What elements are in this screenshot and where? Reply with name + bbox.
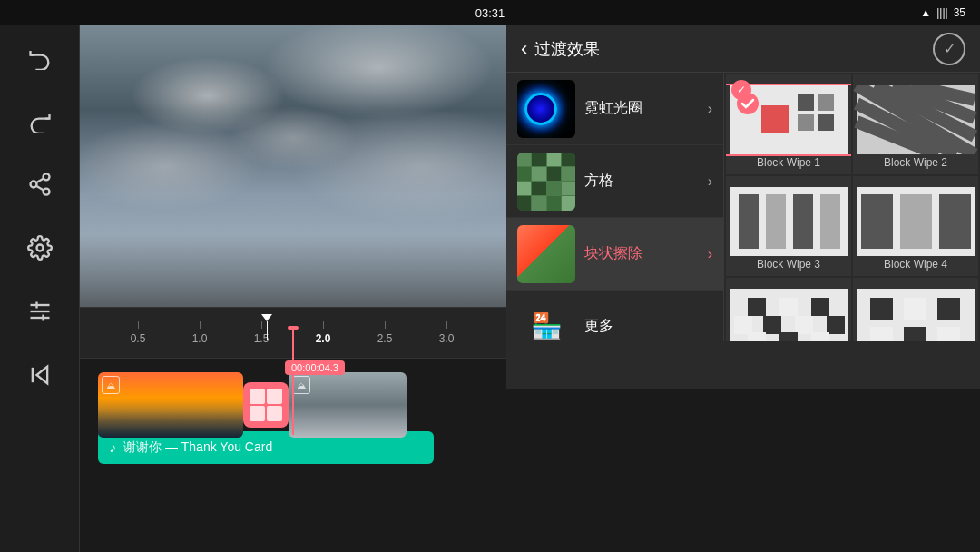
svg-rect-17: [818, 94, 834, 111]
effect-thumb-4: [853, 187, 978, 256]
panel-title: 过渡效果: [534, 38, 600, 60]
svg-rect-47: [811, 332, 829, 341]
category-neon-label: 霓虹光圈: [584, 99, 699, 118]
svg-line-4: [36, 179, 44, 183]
svg-rect-15: [798, 94, 814, 111]
svg-rect-44: [827, 316, 845, 334]
category-block[interactable]: 块状擦除 ›: [506, 218, 723, 291]
svg-rect-43: [795, 316, 813, 334]
confirm-button[interactable]: ✓: [933, 33, 965, 65]
effect-block-wipe-6[interactable]: Block Wipe 6: [853, 278, 978, 341]
preview-image: [80, 25, 506, 307]
ruler-mark-4: 2.5: [354, 321, 416, 345]
layers-button[interactable]: [17, 289, 63, 334]
effect-block-wipe-5[interactable]: Block Wipe 5: [726, 278, 851, 341]
effects-grid: ✓ Block Wipe 1: [724, 73, 980, 341]
clip-icon-2: ⛰: [292, 376, 310, 394]
svg-point-5: [36, 245, 43, 251]
preview-area: [80, 25, 506, 307]
effect-name-4: Block Wipe 4: [884, 258, 947, 271]
svg-rect-51: [937, 298, 960, 320]
transition-panel: ‹ 过渡效果 ✓ 霓虹光圈 › 方格: [506, 25, 980, 389]
transition-btn-inner: [250, 389, 282, 421]
clip-icon-1: ⛰: [102, 376, 120, 394]
svg-rect-45: [748, 332, 766, 341]
svg-point-2: [43, 189, 49, 195]
effect-name-2: Block Wipe 2: [884, 156, 947, 169]
left-sidebar: [0, 25, 80, 552]
effect-thumb-3: [726, 187, 851, 256]
svg-marker-11: [36, 367, 47, 384]
svg-rect-52: [870, 327, 893, 341]
category-more[interactable]: 🏪 更多: [506, 291, 723, 341]
signal-icon: ||||: [936, 6, 947, 19]
svg-rect-54: [937, 327, 960, 341]
svg-rect-41: [734, 316, 752, 334]
svg-rect-40: [811, 298, 829, 316]
effect-thumb-2: [853, 85, 978, 154]
effect-thumb-6: [853, 289, 978, 341]
clip-sky[interactable]: ⛰: [289, 372, 407, 438]
ruler-pointer: [261, 314, 272, 340]
ruler-mark-3: 2.0: [292, 321, 354, 345]
svg-rect-32: [820, 194, 840, 249]
redo-button[interactable]: [17, 98, 63, 143]
category-more-label: 更多: [584, 317, 703, 336]
svg-rect-42: [763, 316, 781, 334]
ruler-mark-5: 3.0: [416, 321, 477, 345]
svg-rect-34: [861, 194, 893, 249]
status-bar: 03:31 ▲ |||| 35: [0, 0, 980, 25]
svg-rect-29: [739, 194, 759, 249]
undo-button[interactable]: [17, 34, 63, 80]
svg-rect-35: [900, 194, 932, 249]
svg-rect-30: [766, 194, 786, 249]
category-grid-label: 方格: [584, 172, 699, 191]
svg-rect-49: [870, 298, 893, 320]
svg-line-3: [36, 186, 44, 191]
effect-block-wipe-1[interactable]: ✓ Block Wipe 1: [726, 74, 851, 174]
effect-block-wipe-3[interactable]: Block Wipe 3: [726, 176, 851, 276]
ruler-mark-0: 0.5: [107, 321, 169, 345]
music-label: 谢谢你 — Thank You Card: [123, 439, 272, 456]
svg-rect-50: [904, 298, 926, 320]
category-grid[interactable]: 方格 ›: [506, 145, 723, 218]
effect-block-wipe-2[interactable]: Block Wipe 2: [853, 74, 978, 174]
status-time: 03:31: [475, 6, 505, 20]
svg-rect-14: [761, 105, 789, 133]
wifi-icon: ▲: [920, 6, 931, 19]
category-block-label: 块状擦除: [584, 244, 699, 263]
thumb-grid: [517, 153, 575, 211]
thumb-neon: [517, 80, 575, 138]
effect-name-3: Block Wipe 3: [757, 258, 820, 271]
playback-button[interactable]: [17, 352, 63, 398]
category-neon[interactable]: 霓虹光圈 ›: [506, 73, 723, 145]
thumb-block: [517, 225, 575, 283]
music-icon: ♪: [109, 439, 116, 456]
timeline-cursor: [292, 326, 294, 435]
svg-point-0: [43, 173, 49, 180]
svg-rect-53: [904, 327, 926, 341]
svg-rect-39: [779, 298, 798, 316]
ruler-mark-1: 1.0: [169, 321, 230, 345]
clip-sunset[interactable]: ⛰: [98, 372, 243, 438]
effect-name-1: Block Wipe 1: [757, 156, 820, 169]
category-list: 霓虹光圈 › 方格 › 块状擦除 ›: [506, 73, 724, 341]
current-time-label: 00:00:04.3: [285, 360, 345, 375]
svg-rect-38: [748, 298, 766, 316]
effect-block-wipe-4[interactable]: Block Wipe 4: [853, 176, 978, 276]
svg-rect-46: [779, 332, 798, 341]
back-button[interactable]: ‹ 过渡效果: [521, 37, 600, 61]
battery-level: 35: [954, 6, 965, 19]
effect-thumb-5: [726, 289, 851, 341]
svg-rect-31: [793, 194, 813, 249]
share-button[interactable]: [17, 162, 63, 207]
selected-badge: ✓: [731, 80, 751, 100]
transition-button[interactable]: [243, 382, 289, 428]
svg-rect-16: [798, 114, 814, 131]
status-icons: ▲ |||| 35: [920, 6, 965, 19]
settings-button[interactable]: [17, 225, 63, 271]
panel-header: ‹ 过渡效果 ✓: [506, 25, 980, 73]
svg-rect-36: [939, 194, 971, 249]
thumb-more: 🏪: [517, 298, 575, 342]
svg-point-1: [30, 182, 36, 188]
